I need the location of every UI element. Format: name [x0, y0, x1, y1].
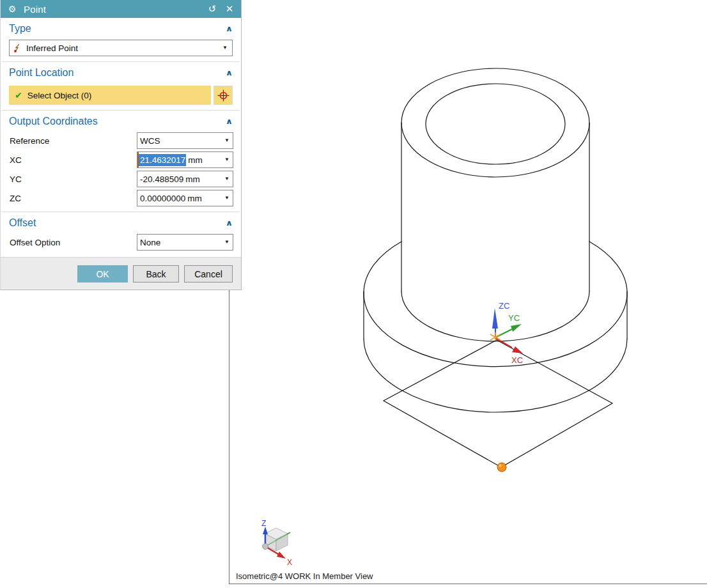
close-icon[interactable]: ✕	[224, 3, 235, 15]
check-icon: ✔	[15, 90, 22, 100]
wcs-z-arrowhead-icon	[492, 308, 498, 329]
view-triad[interactable]: Z X	[261, 519, 292, 567]
view-status-text: Isometric@4 WORK In Member View	[236, 571, 373, 581]
dropdown-arrow-icon[interactable]: ▼	[222, 137, 231, 144]
wcs-triad[interactable]: ZC YC XC	[490, 301, 523, 365]
dropdown-arrow-icon[interactable]: ▼	[222, 195, 231, 201]
wcs-y-label: YC	[508, 313, 520, 323]
point-dialog: ⚙ Point ↺ ✕ Type ∧ Inferred Point ▼ Poin…	[0, 0, 242, 290]
wcs-x-arrowhead-icon	[512, 346, 523, 353]
view-x-arrowhead-icon	[277, 552, 286, 559]
offset-option-label: Offset Option	[10, 238, 60, 247]
offset-option-value: None	[137, 238, 222, 247]
dropdown-arrow-icon[interactable]: ▼	[222, 176, 231, 182]
view-z-label: Z	[261, 519, 266, 528]
point-type-dropdown[interactable]: Inferred Point ▼	[9, 40, 233, 56]
view-x-label: X	[287, 558, 292, 567]
section-header-offset[interactable]: Offset ∧	[1, 212, 241, 231]
section-header-point-location[interactable]: Point Location ∧	[1, 62, 241, 81]
xc-input[interactable]: 21.4632017 mm ▼	[137, 151, 233, 168]
chevron-up-icon[interactable]: ∧	[226, 219, 233, 227]
chevron-up-icon[interactable]: ∧	[226, 25, 233, 33]
section-title-point-location: Point Location	[9, 67, 74, 79]
section-title-output-coordinates: Output Coordinates	[9, 116, 98, 127]
base-bottom-edge[interactable]	[364, 339, 627, 412]
zc-input[interactable]: 0.00000000 mm ▼	[137, 190, 233, 206]
xc-label: XC	[10, 155, 22, 165]
point-dialog-button[interactable]	[214, 86, 233, 105]
model-wireframe[interactable]	[364, 68, 627, 467]
gear-icon: ⚙	[6, 0, 18, 18]
crosshair-icon	[217, 89, 229, 102]
xc-value: 21.4632017	[139, 154, 186, 166]
dialog-titlebar[interactable]: ⚙ Point ↺ ✕	[1, 0, 241, 18]
reference-value: WCS	[137, 136, 222, 146]
wcs-y-arrowhead-icon	[511, 324, 522, 332]
section-header-output-coordinates[interactable]: Output Coordinates ∧	[1, 111, 241, 130]
ok-button[interactable]: OK	[77, 265, 128, 282]
dialog-footer: OK Back Cancel	[1, 257, 241, 290]
sketch-square[interactable]	[384, 340, 612, 467]
wcs-x-axis[interactable]	[495, 338, 512, 348]
section-title-type: Type	[9, 23, 31, 35]
yc-value: -20.488509	[137, 174, 183, 184]
view-triad-origin-ball[interactable]	[263, 544, 268, 550]
yc-label: YC	[10, 174, 22, 184]
cylinder-top-outer-edge[interactable]	[401, 68, 589, 177]
dialog-title: Point	[24, 4, 201, 15]
selected-point[interactable]	[497, 463, 506, 472]
select-object-label: Select Object (0)	[27, 91, 92, 100]
dropdown-arrow-icon[interactable]: ▼	[222, 239, 231, 245]
model-canvas[interactable]: ZC YC XC Z X Isometric@4 WORK In Member …	[229, 0, 707, 584]
reference-label: Reference	[10, 136, 49, 146]
wcs-x-label: XC	[511, 355, 523, 365]
select-object-field[interactable]: ✔ Select Object (0)	[9, 86, 211, 105]
inferred-point-icon	[13, 43, 22, 52]
dropdown-arrow-icon[interactable]: ▼	[221, 45, 229, 51]
xc-units: mm	[186, 155, 203, 165]
cancel-button[interactable]: Cancel	[184, 265, 233, 282]
section-title-offset: Offset	[9, 217, 36, 229]
graphics-viewport[interactable]: ZC YC XC Z X Isometric@4 WORK In Member …	[229, 0, 707, 584]
reset-icon[interactable]: ↺	[206, 3, 218, 15]
chevron-up-icon[interactable]: ∧	[226, 118, 233, 125]
wcs-z-label: ZC	[499, 301, 509, 311]
offset-option-dropdown[interactable]: None ▼	[137, 234, 233, 251]
base-top-edge[interactable]	[364, 242, 627, 367]
dropdown-arrow-icon[interactable]: ▼	[222, 157, 231, 163]
zc-label: ZC	[10, 194, 21, 203]
wcs-origin-marker[interactable]	[490, 332, 501, 341]
yc-units: mm	[183, 174, 201, 184]
yc-input[interactable]: -20.488509 mm ▼	[137, 171, 233, 187]
point-type-value: Inferred Point	[26, 43, 216, 53]
back-button[interactable]: Back	[133, 265, 179, 282]
zc-value: 0.00000000	[137, 194, 185, 203]
point-highlight	[499, 464, 501, 467]
zc-units: mm	[185, 194, 203, 203]
chevron-up-icon[interactable]: ∧	[226, 69, 233, 77]
section-header-type[interactable]: Type ∧	[1, 18, 241, 37]
reference-dropdown[interactable]: WCS ▼	[137, 132, 233, 149]
cylinder-top-inner-edge[interactable]	[426, 84, 565, 164]
